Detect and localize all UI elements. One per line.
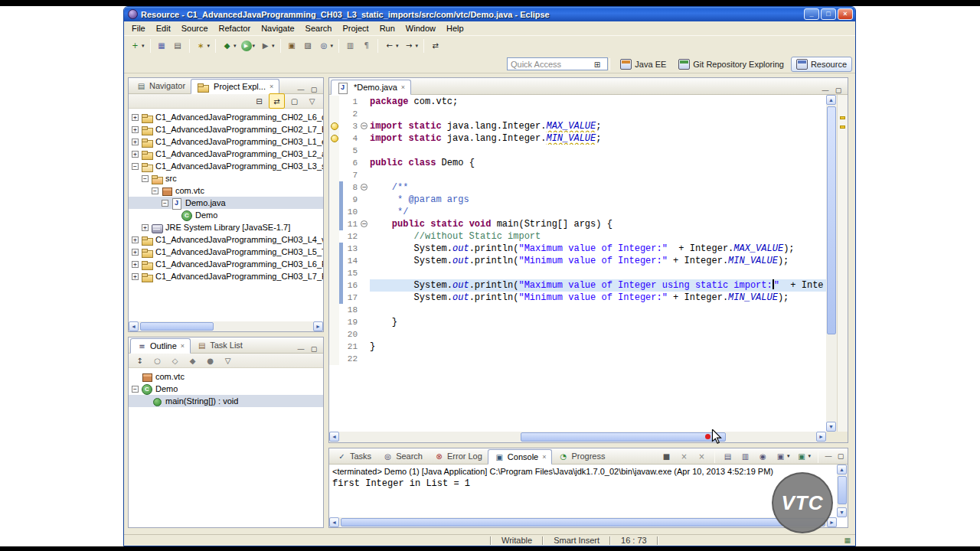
- tree-item-c1-advancedjavaprogramming-ch03-l3-st[interactable]: −C1_AdvancedJavaProgramming_CH03_L3_st: [129, 160, 323, 172]
- tab-console[interactable]: ▣Console×: [488, 449, 553, 465]
- code-text[interactable]: [370, 328, 826, 341]
- editor-vscrollbar[interactable]: ▲ ▼: [826, 95, 837, 432]
- tab-task-list[interactable]: ▤Task List: [191, 337, 248, 353]
- focus-button[interactable]: ▢: [286, 93, 302, 109]
- dropdown-arrow-icon[interactable]: ▾: [331, 43, 334, 49]
- console-display-button[interactable]: ▣▾: [773, 448, 792, 464]
- code-text[interactable]: System.out.println("Maximum value of Int…: [370, 279, 826, 292]
- close-icon[interactable]: ×: [542, 453, 546, 461]
- scroll-track[interactable]: [339, 517, 827, 527]
- menu-navigate[interactable]: Navigate: [256, 22, 299, 34]
- tree-item-c1-advancedjavaprogramming-ch03-l1-e[interactable]: +C1_AdvancedJavaProgramming_CH03_L1_e: [129, 135, 323, 148]
- dropdown-arrow-icon[interactable]: ▾: [272, 43, 275, 49]
- sort-button[interactable]: ↕: [132, 353, 148, 368]
- code-text[interactable]: }: [370, 341, 826, 353]
- fold-collapse-icon[interactable]: −: [361, 220, 368, 227]
- tree-item-c1-advancedjavaprogramming-ch02-l7-b[interactable]: +C1_AdvancedJavaProgramming_CH02_L7_B: [129, 123, 323, 135]
- close-icon[interactable]: ×: [181, 342, 185, 350]
- warning-mark-icon[interactable]: [840, 116, 845, 119]
- code-text[interactable]: [370, 108, 826, 120]
- menu-edit[interactable]: Edit: [151, 22, 176, 34]
- view-menu-button[interactable]: ▽: [304, 93, 320, 109]
- scroll-down-icon[interactable]: ▼: [826, 422, 836, 432]
- scroll-up-icon[interactable]: ▲: [837, 465, 847, 474]
- menu-refactor[interactable]: Refactor: [214, 22, 256, 34]
- tab-error-log[interactable]: ⊗Error Log: [428, 448, 488, 464]
- minimize-view-button[interactable]: —: [296, 345, 306, 353]
- dropdown-arrow-icon[interactable]: ▾: [808, 453, 811, 459]
- save-button[interactable]: ▦: [154, 38, 170, 54]
- scroll-thumb[interactable]: [521, 432, 726, 442]
- build-button[interactable]: ∗▾: [193, 38, 213, 54]
- code-text[interactable]: package com.vtc;: [370, 96, 826, 108]
- view-menu-button[interactable]: ▽: [220, 353, 236, 368]
- fold-collapse-icon[interactable]: −: [361, 184, 368, 191]
- console-output[interactable]: first Integer in List = 1: [329, 477, 837, 491]
- menu-search[interactable]: Search: [300, 22, 338, 34]
- terminate-button[interactable]: ■: [658, 448, 675, 464]
- maximize-window-button[interactable]: □: [821, 8, 836, 20]
- tree-expander[interactable]: −: [132, 163, 139, 170]
- scroll-track[interactable]: [339, 432, 816, 442]
- tree-item-c1-advancedjavaprogramming-ch03-l5-ty[interactable]: +C1_AdvancedJavaProgramming_CH03_L5_Ty: [129, 246, 323, 258]
- menu-project[interactable]: Project: [337, 22, 374, 34]
- code-text[interactable]: [370, 304, 826, 316]
- run-button[interactable]: ▶▾: [239, 38, 258, 54]
- code-text[interactable]: public class Demo {: [370, 157, 826, 169]
- code-text[interactable]: System.out.println("Minimum value of Int…: [370, 255, 826, 267]
- code-text[interactable]: import static java.lang.Integer.MAX_VALU…: [370, 120, 826, 132]
- tab-search[interactable]: ◎Search: [377, 448, 428, 464]
- tree-expander[interactable]: +: [132, 114, 139, 121]
- remove-launch-button[interactable]: ×: [676, 448, 692, 464]
- external-tools-button[interactable]: ▶▾: [257, 38, 277, 54]
- explorer-hscrollbar[interactable]: ◄ ►: [129, 321, 323, 331]
- fold-collapse-icon[interactable]: −: [361, 122, 368, 129]
- maximize-view-button[interactable]: ▢: [833, 86, 844, 94]
- scroll-track[interactable]: [139, 321, 313, 331]
- perspective-button-git-repository-exploring[interactable]: Git Repository Exploring: [673, 57, 789, 72]
- new-project-button[interactable]: ▣: [284, 38, 300, 54]
- console-hscrollbar[interactable]: ◄ ►: [329, 517, 837, 527]
- dropdown-arrow-icon[interactable]: ▾: [234, 43, 237, 49]
- link-editor-button[interactable]: ⇄: [269, 93, 285, 109]
- remove-all-button[interactable]: ×: [694, 448, 710, 464]
- menu-file[interactable]: File: [126, 22, 151, 34]
- tree-item-src[interactable]: −src: [129, 172, 323, 184]
- tree-item-c1-advancedjavaprogramming-ch03-l6-fo[interactable]: +C1_AdvancedJavaProgramming_CH03_L6_Fo: [129, 258, 323, 270]
- scroll-thumb[interactable]: [827, 106, 836, 334]
- tab-navigator[interactable]: ▤Navigator: [130, 78, 191, 93]
- scroll-track[interactable]: [837, 474, 848, 507]
- tree-item-c1-advancedjavaprogramming-ch02-l6-d[interactable]: +C1_AdvancedJavaProgramming_CH02_L6_d: [129, 111, 323, 123]
- tree-item-demo-java[interactable]: −Demo.java: [129, 197, 323, 209]
- overview-ruler[interactable]: [837, 95, 848, 432]
- annotation-button[interactable]: ▨: [300, 38, 316, 54]
- minimize-window-button[interactable]: _: [804, 8, 819, 20]
- tree-item-c1-advancedjavaprogramming-ch03-l2-a[interactable]: +C1_AdvancedJavaProgramming_CH03_L2_a: [129, 148, 323, 160]
- scroll-thumb[interactable]: [140, 322, 214, 331]
- tree-expander[interactable]: +: [132, 151, 139, 158]
- close-icon[interactable]: ×: [270, 83, 273, 90]
- tree-expander[interactable]: +: [132, 273, 139, 280]
- dropdown-arrow-icon[interactable]: ▾: [787, 453, 790, 459]
- tree-expander[interactable]: +: [132, 236, 139, 243]
- dropdown-arrow-icon[interactable]: ▾: [142, 43, 145, 49]
- scroll-up-icon[interactable]: ▲: [826, 95, 836, 105]
- scroll-left-icon[interactable]: ◄: [129, 321, 139, 331]
- code-text[interactable]: [370, 267, 826, 279]
- dropdown-arrow-icon[interactable]: ▾: [253, 43, 256, 49]
- tree-item-main-string-void[interactable]: main(String[]) : void: [129, 395, 323, 407]
- code-text[interactable]: [370, 353, 826, 365]
- code-text[interactable]: System.out.println("Minimum value of Int…: [370, 292, 826, 304]
- code-text[interactable]: /**: [370, 181, 826, 194]
- warning-mark-icon[interactable]: [840, 126, 845, 129]
- back-button[interactable]: ←▾: [381, 38, 401, 54]
- dropdown-arrow-icon[interactable]: ▾: [416, 43, 419, 49]
- tree-expander[interactable]: −: [132, 386, 139, 393]
- tree-item-com-vtc[interactable]: −com.vtc: [129, 184, 323, 197]
- code-text[interactable]: public static void main(String[] args) {: [370, 218, 826, 230]
- tree-expander[interactable]: +: [132, 126, 139, 133]
- code-text[interactable]: [370, 169, 826, 181]
- maximize-view-button[interactable]: ▢: [309, 86, 319, 93]
- title-bar[interactable]: Resource - C1_AdvancedJavaProgramming_CH…: [124, 7, 855, 21]
- search-button[interactable]: ◎▾: [316, 38, 336, 54]
